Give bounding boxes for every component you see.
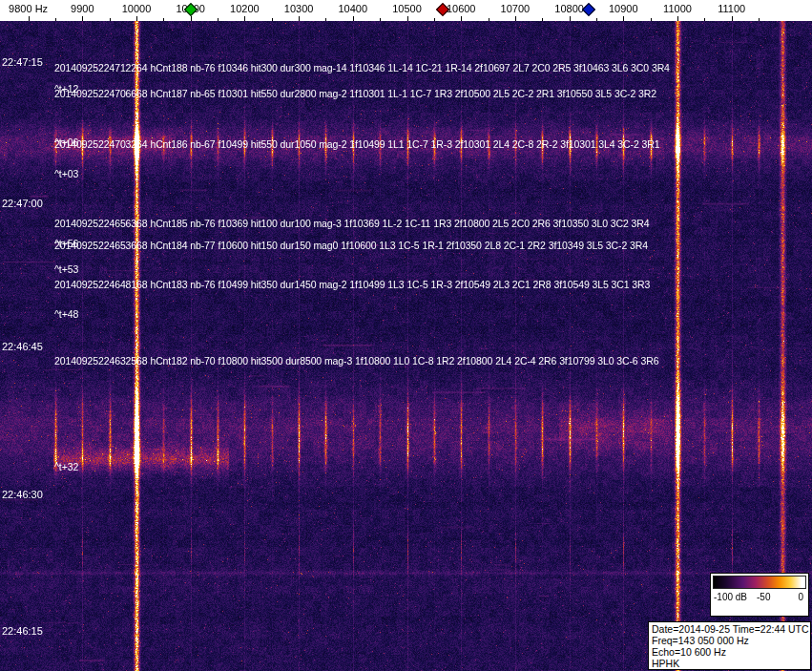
freq-tick-mark: [515, 16, 516, 21]
status-info-box: Date=2014-09-25 Time=22:44 UTC Freq=143 …: [648, 621, 811, 670]
spectrum-lab-window: 9800 Hz990010000101001020010300104001050…: [0, 0, 812, 671]
freq-tick-label: 10000: [122, 3, 152, 14]
freq-tick-mark: [272, 18, 273, 21]
freq-tick-mark: [29, 16, 30, 21]
freq-tick-mark: [380, 18, 381, 21]
freq-tick-mark: [163, 18, 164, 21]
freq-tick-mark: [191, 16, 192, 21]
freq-tick-mark: [82, 16, 83, 21]
waterfall-display[interactable]: [0, 21, 812, 671]
freq-tick-mark: [596, 18, 597, 21]
frequency-scale[interactable]: 9800 Hz990010000101001020010300104001050…: [0, 0, 812, 21]
freq-tick-label: 10600: [447, 3, 476, 14]
freq-tick-label: 9800 Hz: [9, 3, 48, 14]
color-gradient-bar[interactable]: [713, 576, 806, 589]
freq-tick-label: 10800: [554, 3, 584, 14]
legend-labels: -100 dB -50 0: [713, 592, 806, 605]
freq-tick-mark: [407, 16, 408, 21]
color-scale-legend: -100 dB -50 0: [710, 573, 809, 617]
legend-label-mid: -50: [757, 592, 770, 602]
freq-tick-mark: [732, 16, 733, 21]
freq-tick-label: 9900: [71, 3, 94, 14]
freq-tick-mark: [461, 16, 462, 21]
freq-tick-mark: [570, 16, 571, 21]
freq-tick-mark: [651, 18, 652, 21]
freq-tick-mark: [55, 18, 56, 21]
freq-tick-mark: [218, 18, 219, 21]
info-date-time: Date=2014-09-25 Time=22:44 UTC: [652, 623, 807, 635]
freq-tick-mark: [110, 18, 111, 21]
freq-tick-mark: [325, 18, 326, 21]
freq-tick-mark: [353, 16, 354, 21]
freq-tick-label: 10900: [609, 3, 638, 14]
freq-tick-label: 11000: [663, 3, 692, 14]
freq-tick-mark: [677, 16, 678, 21]
freq-tick-mark: [434, 18, 435, 21]
freq-tick-label: 10300: [284, 3, 314, 14]
freq-tick-label: 11100: [718, 3, 745, 14]
freq-tick-mark: [759, 18, 760, 21]
freq-tick-mark: [704, 18, 705, 21]
freq-tick-mark: [623, 16, 624, 21]
info-echo: Echo=10 600 Hz: [652, 646, 807, 658]
freq-tick-label: 10400: [339, 3, 368, 14]
legend-label-min: -100 dB: [714, 592, 747, 602]
info-frequency: Freq=143 050 000 Hz: [652, 635, 807, 646]
freq-tick-label: 10200: [230, 3, 260, 14]
freq-tick-label: 10700: [501, 3, 531, 14]
freq-tick-mark: [299, 16, 300, 21]
freq-tick-mark: [136, 16, 137, 21]
freq-tick-label: 10500: [392, 3, 422, 14]
blue-diamond-marker[interactable]: [582, 3, 595, 16]
freq-tick-mark: [244, 16, 245, 21]
legend-label-max: 0: [798, 592, 803, 602]
info-callsign: HPHK: [652, 658, 807, 669]
freq-tick-mark: [489, 18, 489, 21]
freq-tick-mark: [542, 18, 543, 21]
